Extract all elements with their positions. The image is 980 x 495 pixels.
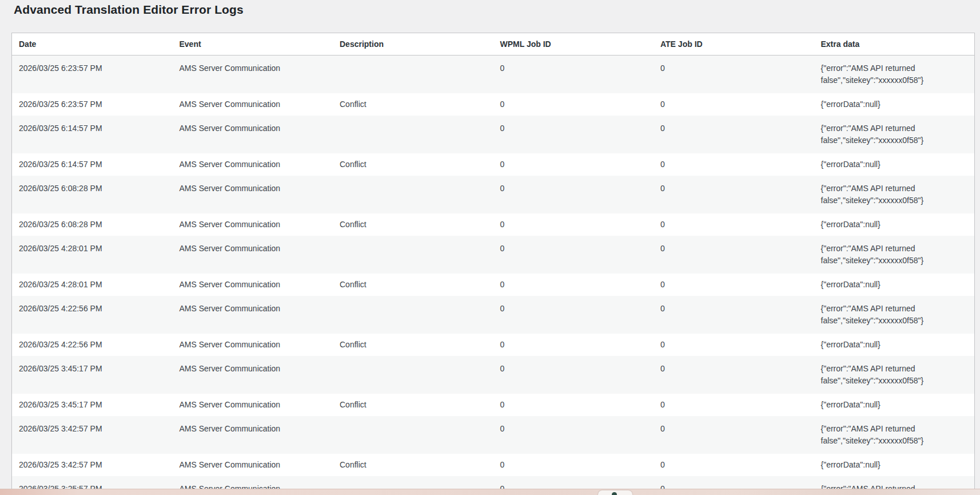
cell-event: AMS Server Communication xyxy=(173,55,333,93)
cell-event: AMS Server Communication xyxy=(173,116,333,153)
cell-extra-data: {"errorData":null} xyxy=(814,394,975,416)
cell-description: Conflict xyxy=(333,153,493,176)
cell-description: Conflict xyxy=(333,334,493,356)
table-row: 2026/03/25 6:23:57 PM AMS Server Communi… xyxy=(12,55,974,93)
table-row: 2026/03/25 4:28:01 PM AMS Server Communi… xyxy=(12,274,974,296)
cell-wpml-job-id: 0 xyxy=(493,356,654,394)
cell-ate-job-id: 0 xyxy=(654,356,814,394)
error-logs-table: Date Event Description WPML Job ID ATE J… xyxy=(12,33,974,495)
cell-wpml-job-id: 0 xyxy=(493,296,654,334)
table-row: 2026/03/25 4:22:56 PM AMS Server Communi… xyxy=(12,296,974,334)
table-row: 2026/03/25 3:45:17 PM AMS Server Communi… xyxy=(12,356,974,394)
cell-event: AMS Server Communication xyxy=(173,213,333,236)
taskbar-icon-dot xyxy=(612,492,617,495)
cell-date: 2026/03/25 6:14:57 PM xyxy=(12,116,173,153)
cell-wpml-job-id: 0 xyxy=(493,454,654,476)
error-logs-rows: 2026/03/25 6:23:57 PM AMS Server Communi… xyxy=(12,55,974,495)
table-row: 2026/03/25 3:42:57 PM AMS Server Communi… xyxy=(12,454,974,476)
column-header-extra-data: Extra data xyxy=(814,33,975,55)
cell-extra-data: {"errorData":null} xyxy=(814,454,975,476)
cell-event: AMS Server Communication xyxy=(173,296,333,334)
cell-extra-data: {"errorData":null} xyxy=(814,334,975,356)
cell-event: AMS Server Communication xyxy=(173,394,333,416)
cell-ate-job-id: 0 xyxy=(654,394,814,416)
cell-wpml-job-id: 0 xyxy=(493,213,654,236)
table-row: 2026/03/25 6:08:28 PM AMS Server Communi… xyxy=(12,213,974,236)
cell-wpml-job-id: 0 xyxy=(493,236,654,274)
cell-ate-job-id: 0 xyxy=(654,454,814,476)
cell-ate-job-id: 0 xyxy=(654,93,814,116)
cell-extra-data: {"error":"AMS API returned false","sitek… xyxy=(814,176,975,213)
admin-page: Advanced Translation Editor Error Logs D… xyxy=(0,0,980,495)
cell-ate-job-id: 0 xyxy=(654,55,814,93)
error-logs-table-container: Date Event Description WPML Job ID ATE J… xyxy=(11,33,975,495)
cell-wpml-job-id: 0 xyxy=(493,176,654,213)
cell-extra-data: {"error":"AMS API returned false","sitek… xyxy=(814,296,975,334)
cell-date: 2026/03/25 4:28:01 PM xyxy=(12,274,173,296)
cell-description: Conflict xyxy=(333,454,493,476)
cell-date: 2026/03/25 6:14:57 PM xyxy=(12,153,173,176)
cell-description: Conflict xyxy=(333,93,493,116)
cell-ate-job-id: 0 xyxy=(654,416,814,454)
table-row: 2026/03/25 3:45:17 PM AMS Server Communi… xyxy=(12,394,974,416)
cell-extra-data: {"error":"AMS API returned false","sitek… xyxy=(814,55,975,93)
cell-description xyxy=(333,296,493,334)
cell-event: AMS Server Communication xyxy=(173,416,333,454)
cell-date: 2026/03/25 3:42:57 PM xyxy=(12,416,173,454)
cell-date: 2026/03/25 6:23:57 PM xyxy=(12,93,173,116)
cell-ate-job-id: 0 xyxy=(654,213,814,236)
cell-event: AMS Server Communication xyxy=(173,93,333,116)
cell-description: Conflict xyxy=(333,213,493,236)
table-row: 2026/03/25 6:14:57 PM AMS Server Communi… xyxy=(12,116,974,153)
cell-wpml-job-id: 0 xyxy=(493,55,654,93)
cell-extra-data: {"error":"AMS API returned false","sitek… xyxy=(814,236,975,274)
column-header-event: Event xyxy=(173,33,333,55)
cell-date: 2026/03/25 4:28:01 PM xyxy=(12,236,173,274)
cell-date: 2026/03/25 3:45:17 PM xyxy=(12,356,173,394)
cell-wpml-job-id: 0 xyxy=(493,416,654,454)
table-row: 2026/03/25 4:28:01 PM AMS Server Communi… xyxy=(12,236,974,274)
cell-ate-job-id: 0 xyxy=(654,334,814,356)
cell-event: AMS Server Communication xyxy=(173,334,333,356)
cell-extra-data: {"error":"AMS API returned false","sitek… xyxy=(814,356,975,394)
cell-date: 2026/03/25 3:45:17 PM xyxy=(12,394,173,416)
cell-description xyxy=(333,236,493,274)
cell-date: 2026/03/25 4:22:56 PM xyxy=(12,334,173,356)
background-window-strip xyxy=(0,489,980,495)
cell-event: AMS Server Communication xyxy=(173,356,333,394)
table-row: 2026/03/25 6:08:28 PM AMS Server Communi… xyxy=(12,176,974,213)
table-row: 2026/03/25 6:14:57 PM AMS Server Communi… xyxy=(12,153,974,176)
cell-extra-data: {"error":"AMS API returned false","sitek… xyxy=(814,416,975,454)
cell-date: 2026/03/25 3:42:57 PM xyxy=(12,454,173,476)
cell-description xyxy=(333,176,493,213)
cell-extra-data: {"errorData":null} xyxy=(814,93,975,116)
cell-extra-data: {"errorData":null} xyxy=(814,274,975,296)
cell-ate-job-id: 0 xyxy=(654,153,814,176)
cell-description xyxy=(333,116,493,153)
cell-description xyxy=(333,416,493,454)
cell-wpml-job-id: 0 xyxy=(493,334,654,356)
cell-extra-data: {"errorData":null} xyxy=(814,153,975,176)
cell-ate-job-id: 0 xyxy=(654,236,814,274)
cell-wpml-job-id: 0 xyxy=(493,116,654,153)
cell-description: Conflict xyxy=(333,274,493,296)
column-header-wpml-job-id: WPML Job ID xyxy=(493,33,654,55)
cell-date: 2026/03/25 4:22:56 PM xyxy=(12,296,173,334)
taskbar-peek-element xyxy=(598,490,632,495)
cell-event: AMS Server Communication xyxy=(173,274,333,296)
cell-wpml-job-id: 0 xyxy=(493,394,654,416)
cell-date: 2026/03/25 6:08:28 PM xyxy=(12,213,173,236)
cell-ate-job-id: 0 xyxy=(654,274,814,296)
cell-event: AMS Server Communication xyxy=(173,236,333,274)
column-header-description: Description xyxy=(333,33,493,55)
cell-event: AMS Server Communication xyxy=(173,176,333,213)
table-header-row: Date Event Description WPML Job ID ATE J… xyxy=(12,33,974,55)
table-row: 2026/03/25 4:22:56 PM AMS Server Communi… xyxy=(12,334,974,356)
table-row: 2026/03/25 6:23:57 PM AMS Server Communi… xyxy=(12,93,974,116)
cell-ate-job-id: 0 xyxy=(654,176,814,213)
table-row: 2026/03/25 3:42:57 PM AMS Server Communi… xyxy=(12,416,974,454)
column-header-ate-job-id: ATE Job ID xyxy=(654,33,814,55)
cell-event: AMS Server Communication xyxy=(173,153,333,176)
cell-date: 2026/03/25 6:08:28 PM xyxy=(12,176,173,213)
cell-wpml-job-id: 0 xyxy=(493,274,654,296)
